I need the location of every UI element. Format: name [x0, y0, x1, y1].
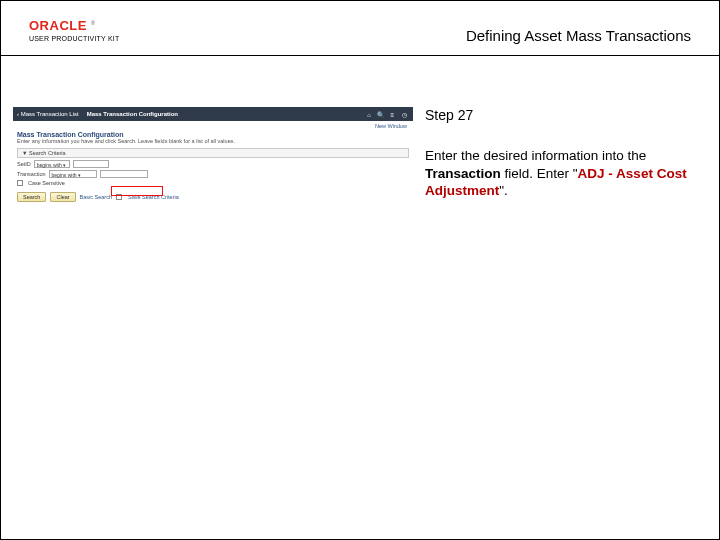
instruction-mid: field. Enter " — [501, 166, 578, 181]
row-transaction: Transaction begins with ▾ — [13, 170, 413, 180]
case-sensitive-checkbox[interactable] — [17, 180, 23, 186]
svg-text:®: ® — [91, 20, 95, 26]
search-button[interactable]: Search — [17, 192, 46, 202]
help-text: Enter any information you have and click… — [13, 138, 413, 148]
setid-label: SetID — [17, 161, 31, 167]
save-criteria-checkbox[interactable] — [116, 194, 122, 200]
page: ORACLE ® USER PRODUCTIVITY KIT Defining … — [0, 0, 720, 540]
brand-logo-block: ORACLE ® USER PRODUCTIVITY KIT — [29, 19, 119, 42]
screenshot-column: ‹ Mass Transaction List Mass Transaction… — [1, 57, 413, 539]
button-row: Search Clear Basic Search Save Search Cr… — [13, 188, 413, 202]
menu-icon[interactable]: ≡ — [387, 112, 397, 118]
setid-input[interactable] — [73, 160, 109, 168]
page-body: ‹ Mass Transaction List Mass Transaction… — [1, 57, 719, 539]
home-icon[interactable]: ⌂ — [364, 112, 374, 118]
instruction-pre: Enter the desired information into the — [425, 148, 646, 163]
instruction-column: Step 27 Enter the desired information in… — [413, 57, 719, 539]
back-link[interactable]: ‹ Mass Transaction List — [17, 111, 79, 117]
header-divider — [1, 55, 719, 56]
transaction-operator-select[interactable]: begins with ▾ — [49, 170, 97, 178]
basic-search-link[interactable]: Basic Search — [80, 194, 112, 200]
document-title: Defining Asset Mass Transactions — [466, 27, 691, 44]
row-setid: SetID begins with ▾ — [13, 160, 413, 170]
page-header: ORACLE ® USER PRODUCTIVITY KIT Defining … — [1, 1, 719, 57]
screenshot-topbar: ‹ Mass Transaction List Mass Transaction… — [13, 107, 413, 121]
svg-text:ORACLE: ORACLE — [29, 19, 87, 33]
transaction-label: Transaction — [17, 171, 46, 177]
transaction-input[interactable] — [100, 170, 148, 178]
search-icon[interactable]: 🔍 — [376, 111, 386, 118]
row-case-sensitive: Case Sensitive — [13, 180, 413, 188]
brand-subtitle: USER PRODUCTIVITY KIT — [29, 35, 119, 42]
app-screenshot: ‹ Mass Transaction List Mass Transaction… — [13, 107, 413, 233]
topbar-actions: ⌂ 🔍 ≡ ◷ — [364, 111, 409, 118]
instruction-post: ". — [499, 183, 508, 198]
notifications-icon[interactable]: ◷ — [399, 111, 409, 118]
case-sensitive-label: Case Sensitive — [28, 180, 65, 186]
oracle-logo: ORACLE ® — [29, 19, 103, 33]
instruction-field-name: Transaction — [425, 166, 501, 181]
clear-button[interactable]: Clear — [50, 192, 75, 202]
step-label: Step 27 — [425, 107, 691, 123]
search-criteria-toggle[interactable]: ▼ Search Criteria — [17, 148, 409, 158]
tab-mass-trans-config[interactable]: Mass Transaction Configuration — [87, 111, 178, 117]
save-criteria-link[interactable]: Save Search Criteria — [128, 194, 179, 200]
new-window-link[interactable]: New Window — [13, 121, 413, 129]
instruction-text: Enter the desired information into the T… — [425, 147, 691, 200]
setid-operator-select[interactable]: begins with ▾ — [34, 160, 70, 168]
section-title: Mass Transaction Configuration — [13, 129, 413, 138]
